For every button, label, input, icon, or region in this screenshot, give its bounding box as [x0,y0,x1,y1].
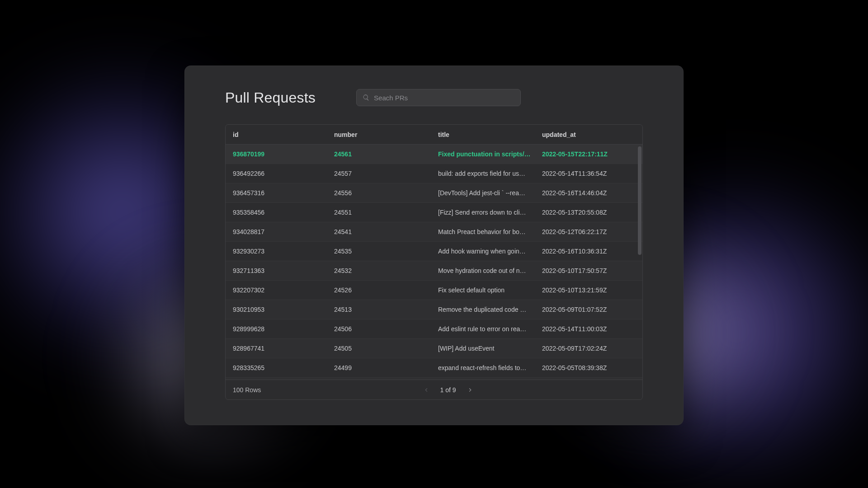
cell-title: Add hook warning when goin… [438,248,542,255]
cell-updated-at: 2022-05-09T17:02:24Z [542,345,635,352]
cell-id: 928967741 [233,345,334,352]
cell-updated-at: 2022-05-15T22:17:11Z [542,150,635,158]
cell-title: Match Preact behavior for bo… [438,228,542,235]
cell-updated-at: 2022-05-16T10:36:31Z [542,248,635,255]
cell-id: 932207302 [233,286,334,294]
chevron-right-icon [467,387,473,393]
cell-id: 936870199 [233,150,334,158]
cell-updated-at: 2022-05-12T06:22:17Z [542,228,635,235]
cell-number: 24499 [334,364,438,371]
cell-title: Fix select default option [438,286,542,294]
table-row[interactable]: 93649226624557build: add exports field f… [226,164,642,183]
cell-title: expand react-refresh fields to… [438,364,542,371]
cell-number: 24556 [334,189,438,197]
table-row[interactable]: 93220730224526Fix select default option2… [226,281,642,300]
table-row[interactable] [226,378,642,380]
cell-title: [Fizz] Send errors down to cli… [438,209,542,216]
cell-title: [DevTools] Add jest-cli ` --rea… [438,189,542,197]
table: id number title updated_at 9368701992456… [225,124,643,400]
cell-number: 24513 [334,306,438,313]
table-row[interactable]: 93293027324535Add hook warning when goin… [226,242,642,261]
search-input[interactable] [356,89,521,106]
cell-number: 24526 [334,286,438,294]
cell-updated-at: 2022-05-10T17:50:57Z [542,267,635,274]
pager-page-label: 1 of 9 [440,386,456,394]
search-icon [363,94,370,101]
cell-id: 932711363 [233,267,334,274]
page-title: Pull Requests [225,89,316,106]
cell-title: Remove the duplicated code … [438,306,542,313]
table-header: id number title updated_at [226,125,642,145]
cell-id: 928999628 [233,325,334,333]
table-row[interactable]: 93021095324513Remove the duplicated code… [226,300,642,319]
column-header-title[interactable]: title [438,131,542,138]
cell-id: 936457316 [233,189,334,197]
table-row[interactable]: 92833526524499expand react-refresh field… [226,358,642,378]
cell-number: 24551 [334,209,438,216]
cell-title: Move hydration code out of n… [438,267,542,274]
column-header-updated-at[interactable]: updated_at [542,131,635,138]
header-bar: Pull Requests [225,89,643,106]
pager-next-button[interactable] [466,386,474,394]
table-row[interactable]: 92896774124505[WIP] Add useEvent2022-05-… [226,339,642,358]
cell-id: 936492266 [233,170,334,177]
panel: Pull Requests id number title updated_at… [184,66,684,425]
cell-updated-at: 2022-05-16T14:46:04Z [542,189,635,197]
cell-id: 930210953 [233,306,334,313]
table-row[interactable]: 93535845624551[Fizz] Send errors down to… [226,203,642,222]
cell-updated-at: 2022-05-10T13:21:59Z [542,286,635,294]
cell-number: 24532 [334,267,438,274]
row-count-label: 100 Rows [233,386,261,394]
pager: 1 of 9 [261,386,635,394]
cell-title: Add eslint rule to error on rea… [438,325,542,333]
background: Pull Requests id number title updated_at… [0,0,868,488]
cell-updated-at: 2022-05-05T08:39:38Z [542,364,635,371]
table-row[interactable]: 92899962824506Add eslint rule to error o… [226,319,642,339]
table-footer: 100 Rows 1 of 9 [226,380,642,399]
table-row[interactable]: 93271136324532Move hydration code out of… [226,261,642,281]
pager-prev-button[interactable] [422,386,430,394]
column-header-id[interactable]: id [233,131,334,138]
cell-title: build: add exports field for us… [438,170,542,177]
cell-updated-at: 2022-05-09T01:07:52Z [542,306,635,313]
cell-number: 24505 [334,345,438,352]
table-row[interactable]: 93402881724541Match Preact behavior for … [226,222,642,242]
cell-updated-at: 2022-05-13T20:55:08Z [542,209,635,216]
table-body: 93687019924561Fixed punctuation in scrip… [226,145,642,380]
cell-title: Fixed punctuation in scripts/… [438,150,542,158]
cell-title: [WIP] Add useEvent [438,345,542,352]
table-row[interactable]: 93645731624556[DevTools] Add jest-cli ` … [226,183,642,203]
cell-number: 24561 [334,150,438,158]
cell-id: 935358456 [233,209,334,216]
cell-number: 24506 [334,325,438,333]
cell-id: 928335265 [233,364,334,371]
search-container [356,89,521,106]
table-row[interactable]: 93687019924561Fixed punctuation in scrip… [226,145,642,164]
cell-number: 24557 [334,170,438,177]
column-header-number[interactable]: number [334,131,438,138]
cell-id: 932930273 [233,248,334,255]
cell-number: 24541 [334,228,438,235]
scrollbar-thumb[interactable] [638,146,642,255]
cell-updated-at: 2022-05-14T11:00:03Z [542,325,635,333]
cell-number: 24535 [334,248,438,255]
cell-id: 934028817 [233,228,334,235]
cell-updated-at: 2022-05-14T11:36:54Z [542,170,635,177]
chevron-left-icon [424,387,429,393]
